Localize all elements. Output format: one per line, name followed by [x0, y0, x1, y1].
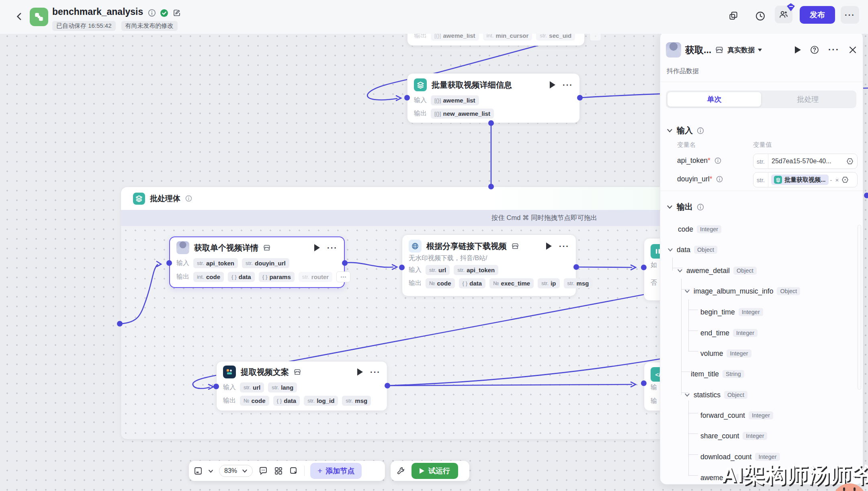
- info-icon[interactable]: [148, 9, 156, 17]
- api-token-value-input[interactable]: str. 25d7ea15-570e-40...: [753, 154, 858, 169]
- output-field-row: volumeInteger: [700, 347, 751, 360]
- output-field-row[interactable]: dataObject: [667, 244, 717, 256]
- reference-toggle-icon[interactable]: [840, 176, 852, 184]
- output-port[interactable]: [488, 120, 494, 126]
- publish-button[interactable]: 发布: [800, 6, 835, 24]
- reference-toggle-icon[interactable]: [843, 157, 857, 165]
- back-button[interactable]: [14, 11, 26, 23]
- input-badge: str.url: [426, 265, 450, 275]
- value-type-token[interactable]: str.: [753, 173, 768, 187]
- douyin-url-value-input[interactable]: str. 批量获取视频... - ×: [753, 172, 858, 187]
- store-icon: [263, 244, 270, 251]
- edge-junction-dot[interactable]: [488, 184, 494, 189]
- panel-scrollbar[interactable]: [858, 225, 861, 390]
- output-badge: №code: [426, 278, 455, 288]
- run-node-icon[interactable]: [357, 368, 363, 376]
- workflow-app-logo: [30, 8, 48, 26]
- published-check-icon: [160, 9, 168, 17]
- plus-icon: +: [317, 466, 322, 476]
- variable-reference-pill[interactable]: 批量获取视频...: [771, 175, 829, 185]
- output-row-label: 输出: [409, 279, 422, 288]
- remove-reference-icon[interactable]: ×: [834, 177, 841, 183]
- output-field-row[interactable]: statisticsObject: [684, 389, 747, 401]
- input-port[interactable]: [641, 380, 647, 386]
- select-frame-icon[interactable]: [289, 466, 299, 476]
- comment-icon[interactable]: [258, 466, 268, 476]
- run-node-icon[interactable]: [795, 46, 801, 53]
- chevron-down-icon[interactable]: [208, 468, 213, 474]
- output-badge: { }data: [459, 278, 486, 288]
- input-section-title: 输入: [677, 125, 693, 136]
- unpublished-badge: 有尚未发布的修改: [121, 21, 178, 31]
- data-mode-dropdown[interactable]: 真实数据: [727, 45, 762, 55]
- output-field-row[interactable]: aweme_detailObject: [677, 265, 757, 277]
- output-port[interactable]: [385, 383, 390, 388]
- node-more-icon[interactable]: ···: [563, 83, 573, 87]
- run-toolbar: 试运行: [391, 461, 469, 481]
- code-input-label: 输: [651, 383, 657, 392]
- header-more-button[interactable]: ···: [841, 6, 859, 24]
- output-field-row: begin_timeInteger: [700, 306, 763, 318]
- input-port[interactable]: [166, 260, 172, 266]
- node-title: 根据分享链接下载视频: [426, 241, 507, 252]
- minimap-icon[interactable]: [194, 466, 203, 475]
- canvas-toolbar: 83% + 添加节点: [189, 461, 385, 481]
- extract-copy-node[interactable]: 提取视频文案 ··· 输入 str.url str.lang 输出 №code …: [216, 361, 387, 411]
- node-more-icon[interactable]: ···: [327, 246, 338, 250]
- panel-more-icon[interactable]: ···: [828, 48, 839, 52]
- run-node-icon[interactable]: [550, 81, 555, 88]
- panel-node-subtitle: 抖作品数据: [667, 67, 699, 76]
- single-video-node[interactable]: 获取单个视频详情 ··· 输入 str.api_token str.douyin…: [169, 236, 345, 288]
- input-badge: [{}]aweme_list: [431, 95, 479, 105]
- node-more-icon[interactable]: ···: [559, 244, 569, 248]
- more-outputs-badge[interactable]: ···: [336, 271, 350, 282]
- close-icon[interactable]: [848, 45, 857, 54]
- caret-down-icon: [758, 49, 762, 51]
- input-port[interactable]: [399, 265, 405, 270]
- input-badge: str.douyin_url: [242, 258, 289, 268]
- input-port[interactable]: [213, 384, 219, 389]
- zoom-level-select[interactable]: 83%: [219, 465, 253, 477]
- chevron-down-icon[interactable]: [667, 204, 673, 210]
- output-field-row[interactable]: image_album_music_infoObject: [684, 285, 800, 297]
- output-port[interactable]: [573, 264, 579, 270]
- download-video-node[interactable]: 根据分享链接下载视频 ··· 无水印视频下载，抖音/B站/ 输入 str.url…: [402, 234, 576, 296]
- input-port[interactable]: [641, 265, 647, 270]
- node-inspector-panel: 获取... 真实数据 ··· 抖作品数据 单次 批处理 输入: [660, 31, 863, 485]
- value-type-token[interactable]: str.: [753, 154, 768, 168]
- layout-grid-icon[interactable]: [274, 466, 283, 476]
- input-row-label: 输入: [223, 383, 236, 392]
- input-port[interactable]: [404, 95, 410, 101]
- duplicate-icon[interactable]: [728, 10, 739, 21]
- output-field-row: item_titleString: [691, 368, 744, 380]
- add-node-button[interactable]: + 添加节点: [310, 463, 362, 479]
- output-row-label: 输出: [223, 396, 236, 405]
- tab-single[interactable]: 单次: [667, 92, 761, 107]
- layers-icon: [133, 193, 145, 205]
- output-row-label: 输出: [414, 109, 427, 118]
- container-port[interactable]: [117, 321, 123, 327]
- run-node-icon[interactable]: [546, 242, 552, 250]
- batch-fetch-node[interactable]: 批量获取视频详细信息 ··· 输入 [{}]aweme_list 输出 [{}]…: [407, 73, 580, 123]
- output-badge: №exec_time: [489, 278, 534, 288]
- input-badge: str.api_token: [193, 258, 238, 268]
- output-badge: str.msg: [564, 278, 593, 288]
- history-icon[interactable]: [755, 10, 766, 22]
- api-token-value[interactable]: 25d7ea15-570e-40...: [768, 158, 843, 165]
- globe-icon: [409, 240, 422, 253]
- input-row-label: 输入: [409, 266, 422, 274]
- chevron-down-icon[interactable]: [667, 127, 673, 134]
- output-port[interactable]: [577, 95, 583, 101]
- tab-batch[interactable]: 批处理: [761, 92, 855, 107]
- test-run-button[interactable]: 试运行: [411, 463, 458, 479]
- store-icon[interactable]: [715, 46, 723, 54]
- node-more-icon[interactable]: ···: [370, 370, 381, 374]
- edit-title-icon[interactable]: [173, 9, 181, 17]
- column-variable-name: 变量名: [677, 141, 696, 149]
- help-icon[interactable]: [810, 45, 819, 55]
- reference-dash: -: [829, 177, 834, 183]
- edge-port-screen-edge[interactable]: [864, 193, 868, 198]
- output-port[interactable]: [342, 260, 348, 266]
- wrench-icon[interactable]: [396, 466, 406, 476]
- run-node-icon[interactable]: [314, 244, 320, 251]
